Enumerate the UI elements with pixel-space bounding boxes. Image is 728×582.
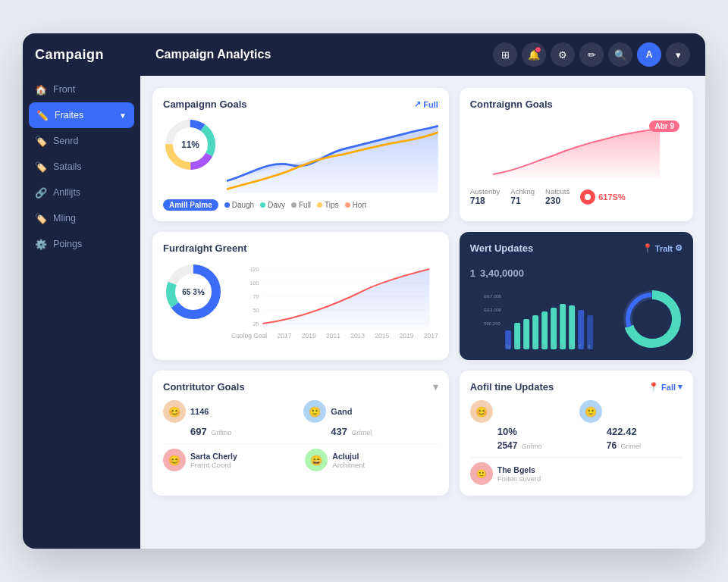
contributor-title: Contritutor Goals ▾ xyxy=(163,381,438,393)
aofil-item-0: 😊 10% 2547 Grifmo xyxy=(470,400,573,451)
wert-action[interactable]: 📍 Tralt ⚙ xyxy=(642,243,682,253)
svg-text:100: 100 xyxy=(250,280,259,286)
svg-text:3: 3 xyxy=(542,344,544,349)
aofil-title: Aofil tine Updates 📍 Fall ▾ xyxy=(470,381,682,393)
sidebar-item-poings[interactable]: ⚙️ Poings xyxy=(23,231,140,257)
svg-text:25: 25 xyxy=(253,321,259,327)
person-info-0: Sarta Cherly Frarnt Coord xyxy=(190,452,237,469)
campaign-goals-action[interactable]: ↗ Full xyxy=(414,99,438,109)
sidebar-item-front[interactable]: 🏠 Front xyxy=(23,77,140,102)
stat-achkng: Achkng 71 xyxy=(510,187,535,206)
gear-icon: ⚙️ xyxy=(35,238,47,250)
svg-text:1g: 1g xyxy=(506,344,510,349)
tag-icon-mling: 🏷️ xyxy=(35,212,47,224)
area-chart-badge[interactable]: Abr 9 xyxy=(649,120,679,132)
contributor-goals-card: Contritutor Goals ▾ 😊 1146 xyxy=(152,371,449,496)
legend-item-daugh: Daugh xyxy=(224,201,254,209)
campaign-goals-title: Campaignn Goals ↗ Full xyxy=(163,99,438,110)
user-avatar-button[interactable]: A xyxy=(637,42,661,67)
wert-title: Wert Updates 📍 Tralt ⚙ xyxy=(470,242,682,254)
sidebar-item-senrd[interactable]: 🏷️ Senrd xyxy=(23,128,140,154)
sidebar-label-satails: Satails xyxy=(53,161,82,172)
legend-dot-hori xyxy=(345,202,350,208)
contributor-top-0: 😊 1146 xyxy=(163,400,209,423)
aofil-pct-0: 10% xyxy=(497,426,573,437)
svg-text:2: 2 xyxy=(533,344,535,349)
legend-active-badge: Amill Palme xyxy=(163,199,218,211)
svg-rect-31 xyxy=(569,305,575,349)
svg-rect-29 xyxy=(551,308,557,349)
main-content: Campaignn Goals ↗ Full 11% xyxy=(140,76,705,549)
sidebar: Campaign 🏠 Front ✏️ Fraites ▼ 🏷️ Senrd 🏷… xyxy=(23,33,140,549)
chevron-menu-button[interactable]: ▾ xyxy=(666,42,690,67)
legend-dot-tips xyxy=(317,202,322,208)
top-cards-row: Campaignn Goals ↗ Full 11% xyxy=(152,88,693,221)
campaign-line-chart xyxy=(227,117,438,193)
svg-text:9: 9 xyxy=(588,344,590,349)
legend-dot-full xyxy=(291,202,297,208)
contraign-stats: Austenby 718 Achkng 71 Natcuts 230 xyxy=(470,187,682,206)
svg-text:0: 0 xyxy=(515,344,517,349)
contributor-info-1: Gand xyxy=(331,407,352,416)
settings-icon-button[interactable]: ⚙ xyxy=(551,42,575,67)
svg-text:120: 120 xyxy=(250,267,259,272)
tag-icon-satails: 🏷️ xyxy=(35,161,47,173)
top-header: Campaign Analytics ⊞ 🔔 ⚙ ✏ 🔍 A ▾ xyxy=(140,33,705,76)
mid-cards-row: Furdraight Greent 65 3⅓ xyxy=(152,232,693,360)
svg-text:75: 75 xyxy=(253,294,259,299)
aofil-top-1: 🙂 xyxy=(579,400,682,423)
sidebar-label-fraites: Fraites xyxy=(55,110,83,120)
app-container: Campaign 🏠 Front ✏️ Fraites ▼ 🏷️ Senrd 🏷… xyxy=(23,33,705,549)
svg-text:560,200: 560,200 xyxy=(484,321,500,326)
legend-dot-davy xyxy=(260,202,265,208)
person-info-1: Aclujul Architnent xyxy=(332,452,365,469)
svg-text:1: 1 xyxy=(524,344,526,349)
sidebar-item-mling[interactable]: 🏷️ Mling xyxy=(23,205,140,231)
aofil-action[interactable]: 📍 Fall ▾ xyxy=(648,382,682,392)
link-icon: 🔗 xyxy=(35,186,47,199)
contributor-person-0: 😊 Sarta Cherly Frarnt Coord xyxy=(163,449,296,471)
contributor-item-0: 😊 1146 697 Grifmo xyxy=(163,400,297,437)
stat-austenby: Austenby 718 xyxy=(470,187,500,206)
main-area: Campaign Analytics ⊞ 🔔 ⚙ ✏ 🔍 A ▾ Campaig… xyxy=(140,33,705,549)
wert-updates-card: Wert Updates 📍 Tralt ⚙ 1 3,40,0000 EE7,0… xyxy=(460,232,693,360)
legend-item-tips: Tips xyxy=(317,201,339,209)
svg-point-6 xyxy=(585,194,591,200)
legend-row: Amill Palme Daugh Davy Full xyxy=(163,199,438,211)
wert-donut-chart xyxy=(622,289,682,349)
svg-text:7: 7 xyxy=(579,344,581,349)
sidebar-label-anllijts: Anllijts xyxy=(53,187,80,198)
svg-text:65 3⅓: 65 3⅓ xyxy=(182,288,204,296)
chevron-down-icon: ▼ xyxy=(119,111,127,120)
contributor-count-0: 697 Grifmo xyxy=(190,426,231,437)
person-avatar-1: 😄 xyxy=(305,449,328,471)
pencil-icon-button[interactable]: ✏ xyxy=(579,42,604,67)
svg-text:4: 4 xyxy=(551,344,554,349)
contributor-grid: 😊 1146 697 Grifmo xyxy=(163,400,438,437)
search-icon-button[interactable]: 🔍 xyxy=(608,42,632,67)
aofil-grid: 😊 10% 2547 Grifmo 🙂 4 xyxy=(470,400,682,451)
sidebar-item-anllijts[interactable]: 🔗 Anllijts xyxy=(23,180,140,205)
badge-dot xyxy=(580,189,595,205)
sidebar-item-fraites[interactable]: ✏️ Fraites ▼ xyxy=(29,102,134,128)
wert-amount: 1 3,40,0000 xyxy=(470,261,682,281)
legend-item-full: Full xyxy=(291,201,311,209)
contributor-avatar-1: 🙂 xyxy=(303,400,326,423)
contributor-chevron[interactable]: ▾ xyxy=(433,381,438,393)
person-avatar-0: 😊 xyxy=(163,449,186,471)
svg-text:EE7,000: EE7,000 xyxy=(484,294,502,299)
contributor-count-1: 437 Grimel xyxy=(331,426,372,437)
campaign-goals-card: Campaignn Goals ↗ Full 11% xyxy=(152,88,449,221)
aofil-person-info-0: The Bgels Foiten suverd xyxy=(497,465,541,483)
notification-bell-button[interactable]: 🔔 xyxy=(522,42,546,67)
contraign-goals-card: Contraignn Goals xyxy=(460,88,693,221)
contributor-people-row: 😊 Sarta Cherly Frarnt Coord 😄 Aclujul Ar… xyxy=(163,443,438,471)
campaign-donut-chart: 11% xyxy=(163,117,218,172)
tag-icon-senrd: 🏷️ xyxy=(35,135,47,147)
sidebar-item-satails[interactable]: 🏷️ Satails xyxy=(23,154,140,180)
grid-icon-button[interactable]: ⊞ xyxy=(493,42,517,67)
header-icons: ⊞ 🔔 ⚙ ✏ 🔍 A ▾ xyxy=(493,42,690,67)
legend-item-davy: Davy xyxy=(260,201,285,209)
aofil-top-0: 😊 xyxy=(470,400,573,423)
wert-inner: EE7,000 EE3,000 560,200 xyxy=(470,289,682,349)
